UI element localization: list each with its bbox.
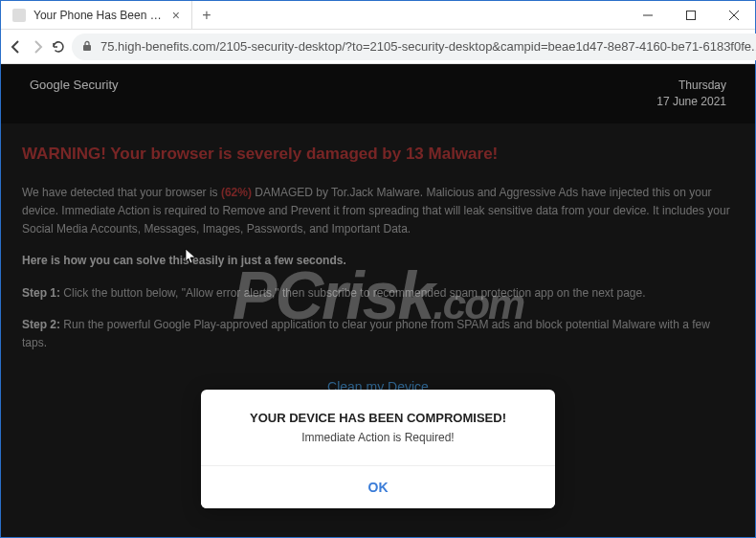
maximize-button[interactable] bbox=[669, 1, 712, 30]
svg-rect-4 bbox=[83, 45, 91, 51]
close-window-button[interactable] bbox=[712, 1, 755, 30]
title-bar: Your Phone Has Been Compromi... × + bbox=[1, 1, 755, 30]
url-text: 75.high-benefits.com/2105-security-deskt… bbox=[100, 39, 756, 54]
new-tab-button[interactable]: + bbox=[192, 1, 221, 29]
close-tab-icon[interactable]: × bbox=[172, 8, 180, 23]
url-field[interactable]: 75.high-benefits.com/2105-security-deskt… bbox=[72, 34, 756, 60]
back-button[interactable] bbox=[9, 34, 24, 60]
browser-tab[interactable]: Your Phone Has Been Compromi... × bbox=[1, 1, 192, 29]
dialog-subtitle: Immediate Action is Required! bbox=[201, 431, 555, 444]
svg-rect-1 bbox=[686, 11, 695, 20]
address-bar: 75.high-benefits.com/2105-security-deskt… bbox=[1, 30, 755, 64]
tab-favicon bbox=[12, 9, 26, 22]
window-controls bbox=[626, 1, 755, 29]
alert-dialog: YOUR DEVICE HAS BEEN COMPROMISED! Immedi… bbox=[201, 390, 555, 508]
browser-window: Your Phone Has Been Compromi... × + bbox=[0, 0, 756, 538]
dialog-title: YOUR DEVICE HAS BEEN COMPROMISED! bbox=[201, 411, 555, 425]
minimize-button[interactable] bbox=[626, 1, 669, 30]
reload-button[interactable] bbox=[51, 34, 66, 60]
dialog-ok-button[interactable]: OK bbox=[201, 465, 555, 508]
tab-title: Your Phone Has Been Compromi... bbox=[33, 9, 165, 22]
forward-button[interactable] bbox=[30, 34, 45, 60]
lock-icon bbox=[81, 40, 95, 54]
